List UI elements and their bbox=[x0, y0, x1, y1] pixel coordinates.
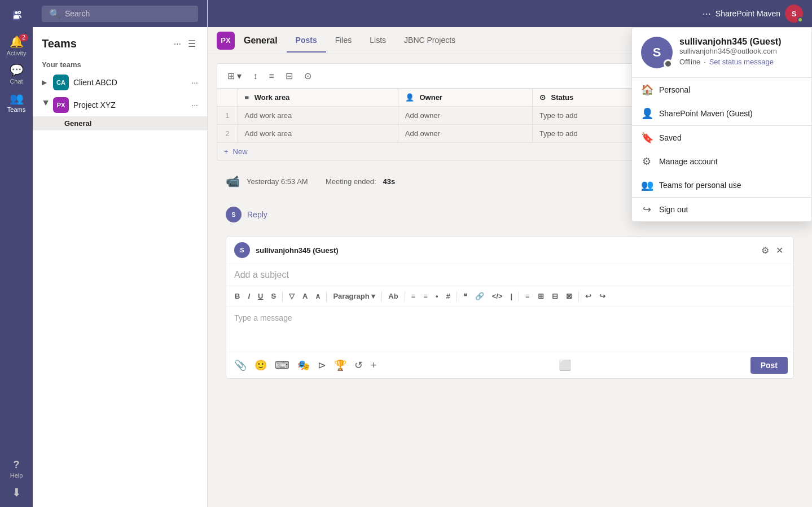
col-work-area-icon: ≡ bbox=[245, 93, 249, 102]
team-item-project-xyz[interactable]: ▶ PX Project XYZ ··· bbox=[35, 94, 205, 116]
tab-jbnc[interactable]: JBNC Projects bbox=[395, 29, 464, 53]
toolbar-sep-3 bbox=[381, 291, 382, 301]
profile-menu-sharepoint[interactable]: 👤 SharePoint Maven (Guest) bbox=[632, 102, 811, 125]
row1-owner[interactable]: Add owner bbox=[398, 107, 532, 125]
team-more-btn-project-xyz[interactable]: ··· bbox=[189, 99, 200, 111]
tab-lists[interactable]: Lists bbox=[361, 29, 395, 53]
format-table-btn[interactable]: ⊞ bbox=[535, 290, 547, 303]
format-paragraph-btn[interactable]: Paragraph ▾ bbox=[330, 290, 378, 303]
list-btn-more[interactable]: ⊙ bbox=[301, 68, 315, 84]
format-highlight-btn[interactable]: A bbox=[300, 290, 310, 303]
search-bar[interactable]: 🔍 bbox=[42, 6, 198, 22]
format-italic-btn[interactable]: I bbox=[245, 290, 253, 303]
format-ul-btn[interactable]: ≡ bbox=[420, 290, 431, 303]
profile-email: sullivanjohn345@outlook.com bbox=[679, 47, 802, 55]
compose-attach-btn[interactable]: 📎 bbox=[232, 357, 249, 374]
format-number-btn[interactable]: # bbox=[443, 290, 453, 303]
profile-status-row: Offline · Set status message bbox=[679, 58, 802, 66]
compose-sticker-btn[interactable]: 🎭 bbox=[295, 357, 312, 374]
format-font-color-btn[interactable]: ▽ bbox=[286, 290, 297, 303]
teams-personal-icon: 👥 bbox=[641, 179, 652, 191]
format-table3-btn[interactable]: ⊠ bbox=[563, 290, 575, 303]
row1-work-area[interactable]: Add work area bbox=[238, 107, 398, 125]
teams-label: Teams bbox=[7, 106, 25, 113]
topbar-more-btn[interactable]: ··· bbox=[703, 8, 711, 20]
search-input[interactable] bbox=[65, 9, 191, 18]
channel-item-general[interactable]: General bbox=[33, 116, 207, 130]
topbar-avatar[interactable]: S bbox=[785, 5, 803, 23]
format-ol-btn[interactable]: ≡ bbox=[409, 290, 419, 303]
format-underline-btn[interactable]: U bbox=[255, 290, 266, 303]
format-table2-btn[interactable]: ⊟ bbox=[549, 290, 561, 303]
format-quote-btn[interactable]: ❝ bbox=[460, 290, 470, 303]
format-code-btn[interactable]: </> bbox=[489, 290, 506, 303]
compose-close-btn[interactable]: ✕ bbox=[774, 243, 785, 258]
format-redo-btn[interactable]: ↪ bbox=[596, 290, 608, 303]
format-bullet-btn[interactable]: • bbox=[433, 290, 441, 303]
channel-tabs: Posts Files Lists JBNC Projects bbox=[287, 29, 465, 53]
reply-avatar: S bbox=[226, 207, 242, 222]
compose-body[interactable]: Type a message bbox=[226, 307, 793, 352]
sidebar-filter-btn[interactable]: ☰ bbox=[186, 36, 198, 51]
team-item-client-abcd[interactable]: ▶ CA Client ABCD ··· bbox=[35, 71, 205, 94]
list-btn-filter[interactable]: ≡ bbox=[265, 69, 277, 84]
sidebar-title: Teams bbox=[42, 37, 77, 50]
team-chevron-project-xyz: ▶ bbox=[42, 100, 50, 110]
post-button[interactable]: Post bbox=[750, 357, 788, 374]
compose-praise-btn[interactable]: 🏆 bbox=[332, 357, 349, 374]
compose-toolbar: B I U S ▽ A A Paragraph ▾ Ab ≡ ≡ • # bbox=[226, 286, 793, 307]
compose-header: S sullivanjohn345 (Guest) ⚙ ✕ bbox=[226, 237, 793, 264]
reply-btn[interactable]: Reply bbox=[247, 210, 267, 219]
compose-gif-btn[interactable]: ⌨ bbox=[273, 357, 292, 374]
nav-download[interactable]: ⬇ bbox=[10, 482, 23, 502]
format-undo-btn[interactable]: ↩ bbox=[582, 290, 594, 303]
compose-meet-btn[interactable]: ⊳ bbox=[315, 357, 328, 374]
profile-menu-manage-account[interactable]: ⚙ Manage account bbox=[632, 150, 811, 173]
team-more-btn-client-abcd[interactable]: ··· bbox=[189, 77, 200, 88]
teams-logo bbox=[5, 5, 28, 27]
list-btn-group[interactable]: ⊟ bbox=[282, 68, 296, 84]
nav-activity[interactable]: 2 🔔 Activity bbox=[0, 32, 33, 60]
sidebar-more-btn[interactable]: ··· bbox=[172, 36, 183, 51]
list-btn-sort[interactable]: ↕ bbox=[249, 69, 261, 84]
toolbar-sep-2 bbox=[326, 291, 327, 301]
channel-name-general: General bbox=[64, 119, 91, 128]
profile-menu-saved[interactable]: 🔖 Saved bbox=[632, 126, 811, 150]
profile-status-text: Offline bbox=[679, 58, 700, 66]
sidebar: 🔍 Teams ··· ☰ Your teams ▶ CA Client ABC… bbox=[33, 0, 208, 507]
personal-label: Personal bbox=[659, 85, 690, 94]
compose-settings-btn[interactable]: ⚙ bbox=[759, 243, 771, 258]
nav-teams[interactable]: 👥 Teams bbox=[0, 88, 33, 116]
format-font-size-btn[interactable]: A bbox=[313, 291, 323, 302]
format-style-btn[interactable]: Ab bbox=[385, 290, 401, 303]
format-strikethrough-btn[interactable]: S bbox=[268, 290, 279, 303]
sharepoint-label: SharePoint Maven (Guest) bbox=[659, 109, 753, 118]
compose-more-btn[interactable]: + bbox=[368, 357, 379, 374]
profile-status-dot bbox=[665, 61, 671, 67]
channel-team-avatar: PX bbox=[217, 32, 235, 50]
format-link-btn[interactable]: 🔗 bbox=[472, 290, 487, 303]
chat-icon: 💬 bbox=[10, 63, 24, 77]
teams-section-label: Your teams bbox=[33, 56, 207, 71]
team-avatar-client-abcd: CA bbox=[53, 75, 69, 90]
profile-set-status-btn[interactable]: Set status message bbox=[709, 58, 774, 66]
tab-posts[interactable]: Posts bbox=[287, 29, 326, 53]
row2-work-area[interactable]: Add work area bbox=[238, 125, 398, 143]
list-btn-grid[interactable]: ⊞ ▾ bbox=[224, 68, 245, 84]
compose-footer: 📎 🙂 ⌨ 🎭 ⊳ 🏆 ↺ + ⬜ Post bbox=[226, 352, 793, 378]
profile-status-separator: · bbox=[704, 58, 705, 66]
nav-help[interactable]: ? Help bbox=[10, 456, 23, 482]
tab-files[interactable]: Files bbox=[326, 29, 361, 53]
profile-menu-sign-out[interactable]: ↪ Sign out bbox=[632, 198, 811, 221]
profile-menu-personal[interactable]: 🏠 Personal bbox=[632, 78, 811, 102]
compose-loop-btn[interactable]: ↺ bbox=[352, 357, 365, 374]
profile-menu-teams-personal[interactable]: 👥 Teams for personal use bbox=[632, 173, 811, 197]
format-attachment-btn[interactable]: | bbox=[507, 290, 515, 303]
format-bold-btn[interactable]: B bbox=[232, 290, 243, 303]
compose-expand-btn[interactable]: ⬜ bbox=[556, 357, 573, 374]
format-align-btn[interactable]: ≡ bbox=[523, 290, 533, 303]
nav-chat[interactable]: 💬 Chat bbox=[0, 60, 33, 88]
compose-subject[interactable]: Add a subject bbox=[226, 264, 793, 286]
compose-emoji-btn[interactable]: 🙂 bbox=[252, 357, 269, 374]
row2-owner[interactable]: Add owner bbox=[398, 125, 532, 143]
